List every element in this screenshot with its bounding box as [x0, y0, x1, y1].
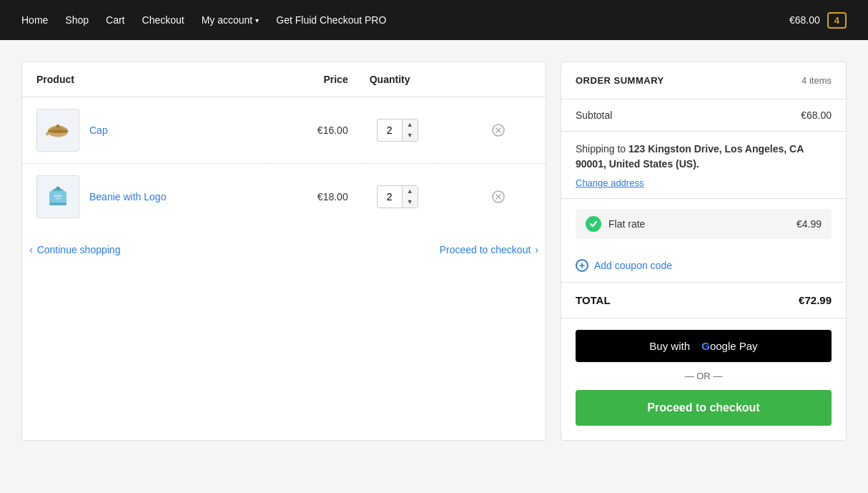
- qty-down-cap[interactable]: ▼: [403, 130, 418, 141]
- change-address-link[interactable]: Change address: [576, 177, 643, 188]
- add-coupon-text: Add coupon code: [594, 260, 672, 271]
- qty-arrows-cap: ▲ ▼: [402, 119, 418, 141]
- subtotal-row: Subtotal €68.00: [561, 99, 846, 132]
- price-beanie: €18.00: [270, 164, 363, 230]
- total-label: TOTAL: [576, 294, 611, 306]
- product-name-cap[interactable]: Cap: [89, 125, 108, 136]
- proceed-checkout-button[interactable]: Proceed to checkout: [576, 390, 832, 426]
- svg-point-2: [56, 125, 60, 128]
- qty-number-beanie[interactable]: [378, 188, 402, 205]
- subtotal-value: €68.00: [801, 109, 832, 121]
- cart-navigation: ‹ Continue shopping Proceed to checkout …: [22, 230, 546, 263]
- gpay-pay-text: oogle Pay: [710, 340, 758, 352]
- gpay-g-blue: G: [701, 340, 710, 352]
- flat-rate-left: Flat rate: [586, 216, 645, 232]
- svg-rect-10: [55, 198, 61, 200]
- product-col-header: Product: [22, 62, 270, 97]
- cart-count-badge[interactable]: 4: [827, 12, 847, 29]
- remove-col-header: [472, 62, 546, 97]
- nav-checkout[interactable]: Checkout: [142, 14, 184, 26]
- gpay-buy-with-label: Buy with: [649, 340, 690, 352]
- cart-total-area: €68.00 4: [789, 12, 847, 29]
- cart-table: Product Price Quantity: [22, 62, 546, 230]
- order-summary-panel: ORDER SUMMARY 4 items Subtotal €68.00 Sh…: [561, 62, 847, 441]
- gpay-logo: Google Pay: [701, 340, 757, 352]
- svg-point-1: [48, 130, 69, 133]
- add-coupon-icon: +: [576, 259, 588, 272]
- gpay-button[interactable]: Buy with Google Pay: [576, 330, 832, 362]
- product-name-beanie[interactable]: Beanie with Logo: [89, 191, 166, 202]
- main-container: Product Price Quantity: [0, 40, 868, 462]
- svg-point-8: [56, 187, 60, 190]
- svg-rect-9: [54, 195, 61, 197]
- qty-col-header: Quantity: [363, 62, 472, 97]
- beanie-image: [44, 182, 72, 211]
- flat-rate-row: Flat rate €4.99: [576, 209, 832, 239]
- continue-shopping-label: Continue shopping: [37, 244, 121, 255]
- table-row: Cap €16.00 ▲ ▼: [22, 97, 546, 164]
- cart-total-amount: €68.00: [789, 14, 820, 26]
- remove-cap-button[interactable]: [492, 124, 505, 137]
- qty-cell-cap: ▲ ▼: [377, 119, 458, 142]
- chevron-down-icon: ▾: [255, 16, 259, 24]
- cap-image: [44, 116, 72, 145]
- nav-home[interactable]: Home: [21, 14, 48, 26]
- table-row: Beanie with Logo €18.00 ▲ ▼: [22, 164, 546, 230]
- qty-up-cap[interactable]: ▲: [403, 119, 418, 130]
- chevron-left-icon: ‹: [29, 244, 33, 255]
- subtotal-label: Subtotal: [576, 109, 612, 121]
- total-value: €72.99: [799, 294, 832, 306]
- continue-shopping-link[interactable]: ‹ Continue shopping: [29, 244, 120, 255]
- flat-rate-price: €4.99: [797, 218, 822, 230]
- product-cell-cap: Cap: [36, 109, 255, 152]
- price-col-header: Price: [270, 62, 363, 97]
- order-summary-title: ORDER SUMMARY: [576, 75, 664, 86]
- shipping-text: Shipping to 123 Kingston Drive, Los Ange…: [576, 142, 832, 172]
- product-cell-beanie: Beanie with Logo: [36, 175, 255, 218]
- remove-cap-icon: [492, 124, 505, 137]
- qty-input-beanie[interactable]: ▲ ▼: [377, 185, 418, 208]
- cart-panel: Product Price Quantity: [21, 62, 546, 441]
- order-summary-header: ORDER SUMMARY 4 items: [561, 62, 846, 99]
- proceed-checkout-link[interactable]: Proceed to checkout ›: [440, 244, 538, 255]
- total-row: TOTAL €72.99: [561, 283, 846, 318]
- chevron-right-icon: ›: [535, 244, 538, 255]
- shipping-to-label: Shipping to: [576, 143, 626, 155]
- qty-number-cap[interactable]: [378, 122, 402, 139]
- nav-fluid-pro[interactable]: Get Fluid Checkout PRO: [276, 14, 386, 26]
- order-summary-count: 4 items: [802, 75, 832, 86]
- qty-cell-beanie: ▲ ▼: [377, 185, 458, 208]
- nav-my-account[interactable]: My account: [202, 14, 253, 26]
- qty-up-beanie[interactable]: ▲: [403, 186, 418, 197]
- site-header: Home Shop Cart Checkout My account ▾ Get…: [0, 0, 868, 40]
- qty-input-cap[interactable]: ▲ ▼: [377, 119, 418, 142]
- qty-arrows-beanie: ▲ ▼: [402, 186, 418, 208]
- remove-beanie-icon: [492, 190, 505, 203]
- price-cap: €16.00: [270, 97, 363, 164]
- nav-shop[interactable]: Shop: [65, 14, 89, 26]
- checkmark-icon: [589, 220, 598, 228]
- product-thumb-beanie: [36, 175, 79, 218]
- remove-beanie-button[interactable]: [492, 190, 505, 203]
- add-coupon-row[interactable]: + Add coupon code: [561, 249, 846, 283]
- flat-rate-label: Flat rate: [608, 218, 645, 230]
- product-thumb-cap: [36, 109, 79, 152]
- svg-rect-7: [49, 202, 66, 205]
- shipping-section: Shipping to 123 Kingston Drive, Los Ange…: [561, 132, 846, 199]
- or-divider: — OR —: [561, 362, 846, 390]
- main-nav: Home Shop Cart Checkout My account ▾ Get…: [21, 14, 386, 26]
- check-circle-icon: [586, 216, 601, 232]
- proceed-checkout-label: Proceed to checkout: [440, 244, 531, 255]
- nav-cart[interactable]: Cart: [106, 14, 124, 26]
- qty-down-beanie[interactable]: ▼: [403, 197, 418, 208]
- my-account-dropdown[interactable]: My account ▾: [202, 14, 260, 26]
